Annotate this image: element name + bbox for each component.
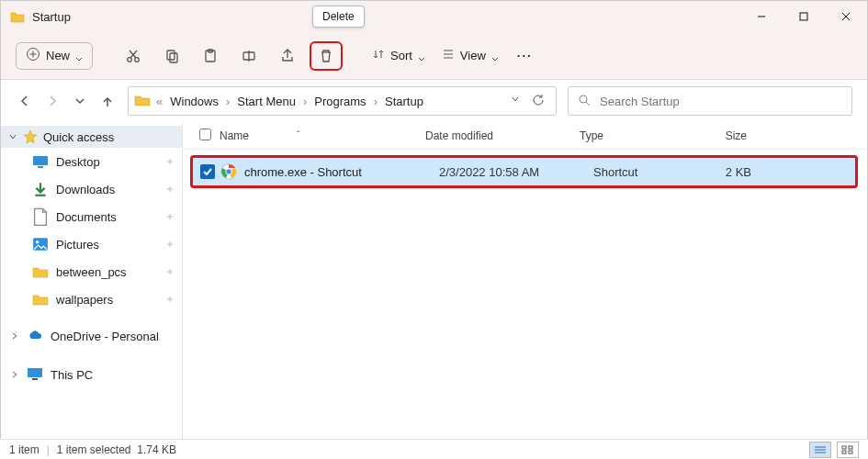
sidebar-item-label: This PC [51,368,93,382]
desktop-icon [32,154,49,169]
downloads-icon [32,182,49,196]
breadcrumb-item[interactable]: Start Menu [233,93,299,110]
chevron-right-icon: › [301,95,309,108]
svg-rect-1 [800,13,807,20]
quick-access-label: Quick access [43,130,114,144]
svg-rect-39 [849,451,852,453]
column-size[interactable]: Size [679,129,747,142]
details-view-button[interactable] [809,442,831,458]
copy-button[interactable] [155,41,188,71]
chrome-shortcut-icon [220,163,237,180]
column-label: Type [580,129,603,142]
sidebar-item-label: between_pcs [56,265,127,279]
column-headers: Name ˆ Date modified Type Size [183,122,867,150]
chevron-right-icon: › [224,95,231,108]
column-type[interactable]: Type [580,129,679,142]
svg-point-32 [226,169,231,174]
new-button[interactable]: New [16,42,93,70]
delete-button[interactable] [310,41,343,71]
sidebar-item-folder[interactable]: between_pcs [1,258,182,285]
paste-button[interactable] [194,41,227,71]
svg-rect-23 [33,156,48,165]
sidebar-item-label: Pictures [56,238,99,252]
svg-rect-38 [842,451,846,453]
chevron-down-icon[interactable] [510,94,521,109]
chevron-down-icon [418,52,425,60]
forward-button[interactable] [43,92,62,110]
svg-rect-24 [38,166,43,168]
column-label: Size [726,129,747,142]
row-checkbox[interactable] [200,164,215,179]
search-box[interactable] [568,86,852,116]
icons-view-button[interactable] [837,442,859,458]
sidebar-item-label: wallpapers [56,293,113,307]
refresh-icon[interactable] [532,94,545,109]
column-name[interactable]: Name ˆ [220,129,425,142]
column-label: Date modified [425,129,493,142]
pin-icon [165,295,175,304]
sidebar-item-documents[interactable]: Documents [1,203,182,230]
svg-line-10 [130,50,136,58]
quick-access-header[interactable]: Quick access [1,126,182,148]
sidebar-item-onedrive[interactable]: OneDrive - Personal [1,322,182,351]
recent-button[interactable] [71,92,89,110]
content-pane: Name ˆ Date modified Type Size chrome.ex… [183,122,867,440]
status-bar: 1 item | 1 item selected 1.74 KB [0,439,868,459]
pin-icon [165,212,175,221]
table-row[interactable]: chrome.exe - Shortcut 2/3/2022 10:58 AM … [193,158,855,185]
cut-button[interactable] [117,41,150,71]
status-size: 1.74 KB [137,443,176,456]
select-all-checkbox[interactable] [199,129,211,140]
more-button[interactable]: ··· [510,49,540,62]
back-button[interactable] [16,92,34,110]
svg-point-27 [36,241,39,243]
sidebar-item-label: Downloads [56,183,115,196]
view-label: View [460,49,486,62]
share-button[interactable] [271,41,304,71]
sidebar-item-downloads[interactable]: Downloads [1,175,182,203]
chevron-down-icon [75,52,83,60]
close-button[interactable] [825,1,867,32]
breadcrumb-item[interactable]: Startup [381,93,427,110]
sort-asc-icon: ˆ [297,130,299,140]
view-button[interactable]: View [436,41,504,71]
file-size: 2 KB [693,165,751,179]
documents-icon [32,209,49,224]
sort-icon [372,48,385,63]
pin-icon [165,240,175,249]
svg-point-21 [580,95,587,103]
minimize-button[interactable] [740,1,783,32]
breadcrumb-item[interactable]: Programs [310,93,369,110]
pin-icon [165,157,175,166]
search-input[interactable] [600,95,842,108]
sidebar-item-pictures[interactable]: Pictures [1,230,182,258]
svg-rect-37 [849,446,852,449]
maximize-button[interactable] [783,1,825,32]
star-icon [23,129,38,144]
svg-rect-11 [167,50,175,60]
status-count: 1 item [9,443,39,456]
up-button[interactable] [98,92,117,110]
sidebar-item-label: Documents [56,210,117,224]
column-label: Name [220,129,249,142]
folder-icon [32,264,49,279]
chevron-right-icon: › [372,95,379,108]
sort-label: Sort [390,49,412,62]
sidebar-item-folder[interactable]: wallpapers [1,285,182,313]
breadcrumb-item[interactable]: Windows [166,93,222,110]
sidebar-item-thispc[interactable]: This PC [1,360,182,390]
rename-button[interactable] [232,41,265,71]
chevron-left-icon[interactable]: « [154,95,164,108]
breadcrumb: « Windows › Start Menu › Programs › Star… [154,93,501,110]
sort-button[interactable]: Sort [366,41,431,71]
column-date[interactable]: Date modified [425,129,580,142]
pin-icon [165,185,175,194]
file-type: Shortcut [593,165,693,179]
plus-icon [26,47,40,64]
svg-point-7 [128,57,132,62]
sidebar-resize-handle[interactable] [176,122,182,440]
monitor-icon [27,367,43,383]
address-bar[interactable]: « Windows › Start Menu › Programs › Star… [128,86,557,116]
status-selection: 1 item selected [57,443,131,456]
sidebar-item-desktop[interactable]: Desktop [1,148,182,175]
